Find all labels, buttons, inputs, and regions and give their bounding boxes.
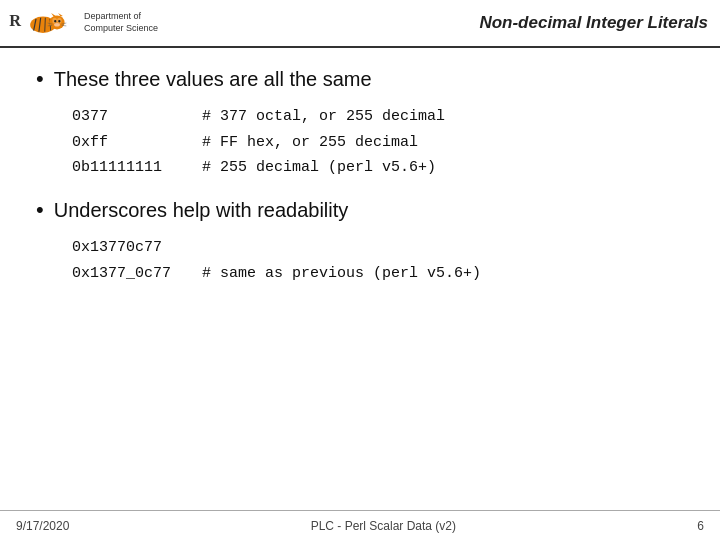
- code-comment-5: # same as previous (perl v5.6+): [202, 261, 481, 287]
- svg-text:R: R: [9, 11, 21, 30]
- svg-point-11: [54, 20, 56, 22]
- code-literal-1: 0377: [72, 104, 202, 130]
- bullet-section-1: • These three values are all the same 03…: [36, 66, 684, 181]
- footer-title: PLC - Perl Scalar Data (v2): [311, 519, 456, 533]
- slide-title: Non-decimal Integer Literals: [479, 13, 708, 33]
- svg-point-6: [49, 15, 64, 29]
- bullet-text-2: Underscores help with readability: [54, 197, 349, 223]
- svg-point-12: [58, 20, 60, 22]
- bullet-dot-1: •: [36, 66, 44, 92]
- footer: 9/17/2020 PLC - Perl Scalar Data (v2) 6: [0, 510, 720, 540]
- code-block-2: 0x13770c77 0x1377_0c77 # same as previou…: [72, 235, 684, 286]
- code-comment-3: # 255 decimal (perl v5.6+): [202, 155, 436, 181]
- logo-area: R Department of C: [8, 5, 158, 41]
- code-comment-2: # FF hex, or 255 decimal: [202, 130, 418, 156]
- svg-marker-9: [51, 13, 56, 16]
- code-literal-5: 0x1377_0c77: [72, 261, 202, 287]
- bullet-dot-2: •: [36, 197, 44, 223]
- code-block-1: 0377 # 377 octal, or 255 decimal 0xff # …: [72, 104, 684, 181]
- main-content: • These three values are all the same 03…: [0, 48, 720, 312]
- bullet-item-1: • These three values are all the same: [36, 66, 684, 92]
- code-row-2: 0xff # FF hex, or 255 decimal: [72, 130, 684, 156]
- code-comment-1: # 377 octal, or 255 decimal: [202, 104, 445, 130]
- svg-point-13: [54, 23, 60, 27]
- code-literal-4: 0x13770c77: [72, 235, 202, 261]
- header: R Department of C: [0, 0, 720, 48]
- svg-line-4: [45, 18, 46, 32]
- code-row-4: 0x13770c77: [72, 235, 684, 261]
- rit-logo: R: [8, 5, 78, 41]
- bullet-item-2: • Underscores help with readability: [36, 197, 684, 223]
- code-row-5: 0x1377_0c77 # same as previous (perl v5.…: [72, 261, 684, 287]
- code-literal-2: 0xff: [72, 130, 202, 156]
- code-row-1: 0377 # 377 octal, or 255 decimal: [72, 104, 684, 130]
- logo-text: Department of Computer Science: [84, 11, 158, 34]
- bullet-text-1: These three values are all the same: [54, 66, 372, 92]
- code-literal-3: 0b11111111: [72, 155, 202, 181]
- footer-date: 9/17/2020: [16, 519, 69, 533]
- footer-page: 6: [697, 519, 704, 533]
- code-row-3: 0b11111111 # 255 decimal (perl v5.6+): [72, 155, 684, 181]
- bullet-section-2: • Underscores help with readability 0x13…: [36, 197, 684, 286]
